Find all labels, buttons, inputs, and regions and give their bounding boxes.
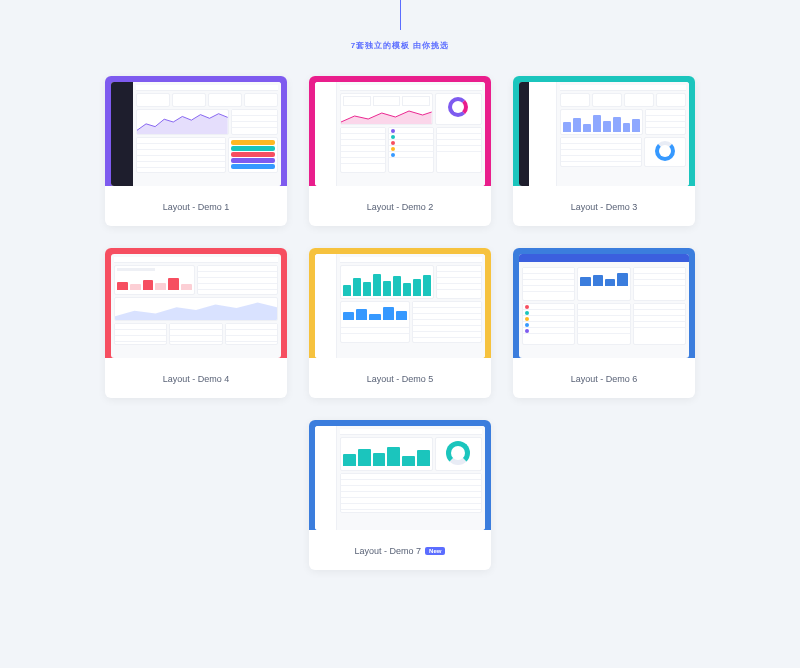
demo-label: Layout - Demo 4 <box>105 358 287 398</box>
new-badge: New <box>425 547 445 555</box>
demo-label: Layout - Demo 2 <box>309 186 491 226</box>
demo-preview <box>105 248 287 358</box>
section-divider <box>400 0 401 30</box>
demo-label: Layout - Demo 7 New <box>309 530 491 570</box>
demo-card-2[interactable]: Layout - Demo 2 <box>309 76 491 226</box>
demo-card-3[interactable]: Layout - Demo 3 <box>513 76 695 226</box>
demo-card-5[interactable]: Layout - Demo 5 <box>309 248 491 398</box>
demo-preview <box>309 76 491 186</box>
demo-preview <box>309 420 491 530</box>
demo-card-6[interactable]: Layout - Demo 6 <box>513 248 695 398</box>
demo-preview <box>105 76 287 186</box>
demo-label: Layout - Demo 5 <box>309 358 491 398</box>
demo-card-1[interactable]: Layout - Demo 1 <box>105 76 287 226</box>
demo-label: Layout - Demo 6 <box>513 358 695 398</box>
demo-grid-row-2: Layout - Demo 7 New <box>0 420 800 570</box>
demo-card-4[interactable]: Layout - Demo 4 <box>105 248 287 398</box>
tagline: 7套独立的模板 由你挑选 <box>0 40 800 51</box>
demo-grid: Layout - Demo 1 <box>0 76 800 398</box>
demo-label: Layout - Demo 3 <box>513 186 695 226</box>
demo-preview <box>513 76 695 186</box>
demo-preview <box>513 248 695 358</box>
demo-label: Layout - Demo 1 <box>105 186 287 226</box>
demo-card-7[interactable]: Layout - Demo 7 New <box>309 420 491 570</box>
demo-preview <box>309 248 491 358</box>
